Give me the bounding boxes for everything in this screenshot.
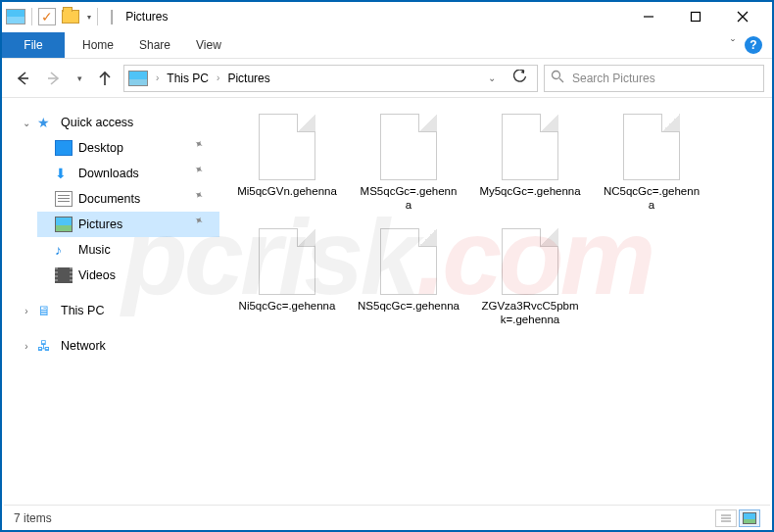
details-view-icon xyxy=(720,513,732,523)
file-tab[interactable]: File xyxy=(2,32,65,58)
title-separator: | xyxy=(110,8,114,25)
chevron-right-icon[interactable]: › xyxy=(20,341,33,352)
up-button[interactable] xyxy=(92,66,118,91)
file-list[interactable]: Mi5qcGVn.gehenna MS5qcGc=.gehenna My5qcG… xyxy=(225,98,772,505)
file-icon xyxy=(259,228,315,295)
chevron-right-icon[interactable]: › xyxy=(20,306,33,316)
file-item[interactable]: My5qcGc=.gehenna xyxy=(478,114,582,213)
refresh-icon xyxy=(513,70,527,83)
music-icon: ♪ xyxy=(55,242,73,258)
network-icon: 🖧 xyxy=(37,338,55,354)
sidebar-item-label: This PC xyxy=(61,304,104,317)
recent-locations-button[interactable]: ▾ xyxy=(73,66,86,91)
view-mode-buttons xyxy=(715,509,760,527)
qat-properties-icon[interactable]: ✓ xyxy=(38,8,56,25)
close-button[interactable] xyxy=(723,6,762,27)
navigation-pane: ⌄ ★ Quick access Desktop ✦ ⬇ Downloads ✦… xyxy=(2,98,225,505)
breadcrumb-segment[interactable]: This PC xyxy=(167,72,209,85)
search-input[interactable]: Search Pictures xyxy=(544,65,764,92)
ribbon-tabs: File Home Share View ˇ ? xyxy=(2,31,772,59)
sidebar-item-label: Network xyxy=(61,339,106,353)
thumbnail-view-icon xyxy=(743,512,756,524)
chevron-right-icon[interactable]: › xyxy=(156,73,159,83)
file-item[interactable]: Mi5qcGVn.gehenna xyxy=(235,114,339,213)
sidebar-item-downloads[interactable]: ⬇ Downloads ✦ xyxy=(37,161,219,186)
separator xyxy=(97,8,98,25)
breadcrumb-segment[interactable]: Pictures xyxy=(227,72,269,85)
video-icon xyxy=(55,267,73,283)
maximize-icon xyxy=(690,11,701,23)
thumbnails-view-button[interactable] xyxy=(739,509,760,527)
sidebar-item-pictures[interactable]: Pictures ✦ xyxy=(37,212,219,237)
download-icon: ⬇ xyxy=(55,166,73,181)
file-name: ZGVza3RvcC5pbmk=.gehenna xyxy=(479,299,581,327)
search-icon xyxy=(551,70,564,86)
document-icon xyxy=(55,191,73,207)
status-bar: 7 items xyxy=(4,505,770,530)
pin-icon: ✦ xyxy=(192,162,221,186)
sidebar-item-quick-access[interactable]: ⌄ ★ Quick access xyxy=(20,110,219,135)
share-tab[interactable]: Share xyxy=(139,38,170,52)
file-item[interactable]: NS5qcGc=.gehenna xyxy=(357,228,460,327)
file-name: Mi5qcGVn.gehenna xyxy=(237,184,337,198)
file-name: MS5qcGc=.gehenna xyxy=(358,184,460,213)
sidebar-item-label: Documents xyxy=(78,192,140,206)
chevron-right-icon[interactable]: › xyxy=(217,73,219,83)
pin-icon: ✦ xyxy=(192,187,221,212)
sidebar-item-documents[interactable]: Documents ✦ xyxy=(37,186,219,212)
maximize-button[interactable] xyxy=(676,6,715,27)
back-arrow-icon xyxy=(14,70,31,87)
up-arrow-icon xyxy=(96,70,114,87)
sidebar-item-label: Quick access xyxy=(61,116,133,129)
ribbon-expand-icon[interactable]: ˇ xyxy=(731,38,735,52)
qat-newfolder-icon[interactable] xyxy=(62,10,79,24)
file-icon xyxy=(502,228,558,295)
content-area: ⌄ ★ Quick access Desktop ✦ ⬇ Downloads ✦… xyxy=(2,98,772,505)
qat-dropdown-icon[interactable]: ▾ xyxy=(87,13,91,22)
details-view-button[interactable] xyxy=(715,509,737,527)
help-button[interactable]: ? xyxy=(745,36,762,54)
view-tab[interactable]: View xyxy=(196,38,221,52)
sidebar-item-desktop[interactable]: Desktop ✦ xyxy=(37,135,219,161)
file-item[interactable]: NC5qcGc=.gehenna xyxy=(600,114,703,213)
app-icon xyxy=(6,9,25,24)
sidebar-item-label: Videos xyxy=(78,268,116,282)
file-icon xyxy=(502,114,558,180)
titlebar: ✓ ▾ | Pictures xyxy=(2,2,772,31)
sidebar-item-label: Downloads xyxy=(78,167,139,180)
minimize-icon xyxy=(643,11,654,23)
file-item[interactable]: MS5qcGc=.gehenna xyxy=(357,114,460,213)
address-bar[interactable]: › This PC › Pictures ⌄ xyxy=(123,65,538,92)
sidebar-item-videos[interactable]: Videos xyxy=(37,263,219,288)
pin-icon: ✦ xyxy=(192,213,221,237)
address-dropdown-icon[interactable]: ⌄ xyxy=(482,73,502,83)
location-icon xyxy=(128,71,148,86)
ribbon-right: ˇ ? xyxy=(731,36,772,54)
forward-arrow-icon xyxy=(45,70,63,87)
chevron-down-icon[interactable]: ⌄ xyxy=(20,118,33,128)
titlebar-left: ✓ ▾ | Pictures xyxy=(6,8,169,25)
back-button[interactable] xyxy=(10,66,35,91)
file-name: NC5qcGc=.gehenna xyxy=(601,184,702,213)
sidebar-item-music[interactable]: ♪ Music xyxy=(37,237,219,263)
pin-icon: ✦ xyxy=(192,136,221,161)
file-item[interactable]: Ni5qcGc=.gehenna xyxy=(235,228,339,327)
file-item[interactable]: ZGVza3RvcC5pbmk=.gehenna xyxy=(478,228,582,327)
file-name: Ni5qcGc=.gehenna xyxy=(239,299,336,313)
navigation-bar: ▾ › This PC › Pictures ⌄ Search Pictures xyxy=(2,59,772,98)
sidebar-item-label: Desktop xyxy=(78,141,123,155)
sidebar-item-this-pc[interactable]: › 🖥 This PC xyxy=(20,298,219,323)
forward-button[interactable] xyxy=(41,66,67,91)
home-tab[interactable]: Home xyxy=(82,38,114,52)
pictures-icon xyxy=(55,217,73,232)
sidebar-item-label: Pictures xyxy=(78,218,122,231)
search-placeholder: Search Pictures xyxy=(572,72,655,85)
quick-access-toolbar: ✓ ▾ xyxy=(31,8,98,25)
sidebar-item-network[interactable]: › 🖧 Network xyxy=(20,333,219,359)
refresh-button[interactable] xyxy=(508,70,533,87)
window-controls xyxy=(629,6,768,27)
file-icon xyxy=(380,228,437,295)
svg-line-8 xyxy=(559,78,563,82)
minimize-button[interactable] xyxy=(629,6,668,27)
file-name: NS5qcGc=.gehenna xyxy=(358,299,460,313)
